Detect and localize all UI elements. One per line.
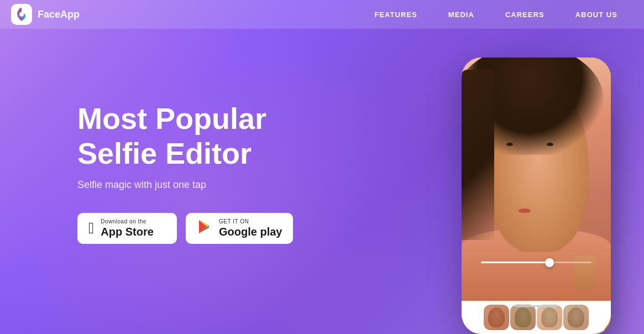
svg-point-1	[19, 12, 24, 17]
hero-subtitle: Selfie magic with just one tap	[77, 179, 293, 191]
phone-screen-top	[462, 58, 611, 301]
hero-title-line1: Most Popular	[77, 102, 266, 135]
phone-main	[462, 58, 611, 334]
thumbnail-4[interactable]	[563, 305, 589, 330]
thumbnail-1[interactable]	[484, 305, 509, 330]
phone-slider[interactable]	[481, 262, 591, 263]
navbar: FaceApp FEATURES MEDIA CAREERS ABOUT US	[0, 0, 644, 29]
google-play-label-large: Google play	[219, 225, 282, 238]
nav-logo[interactable]: FaceApp	[11, 4, 80, 25]
app-store-label-small: Download on the	[101, 218, 146, 225]
phone-thumbnails	[462, 301, 611, 334]
thumbnail-2[interactable]	[510, 305, 536, 330]
app-store-label-large: App Store	[101, 225, 154, 238]
google-play-text: GET IT ON Google play	[219, 218, 282, 238]
app-store-text: Download on the App Store	[101, 218, 154, 238]
thumbnail-3[interactable]	[537, 305, 562, 330]
hero-section: Most Popular Selfie Editor Selfie magic …	[0, 0, 644, 334]
slider-fill	[481, 262, 547, 263]
app-store-button[interactable]:  Download on the App Store	[77, 213, 177, 244]
google-play-button[interactable]: GET IT ON Google play	[186, 213, 293, 244]
hero-title-line2: Selfie Editor	[77, 137, 252, 170]
hero-title: Most Popular Selfie Editor	[77, 101, 293, 170]
app-name: FaceApp	[38, 9, 80, 20]
google-play-icon	[197, 219, 212, 237]
google-play-label-small: GET IT ON	[219, 218, 249, 225]
nav-media[interactable]: MEDIA	[433, 0, 490, 29]
slider-thumb[interactable]	[545, 258, 554, 267]
slider-track	[481, 262, 591, 263]
nav-links: FEATURES MEDIA CAREERS ABOUT US	[359, 0, 633, 29]
phone-screen	[462, 58, 611, 334]
nav-features[interactable]: FEATURES	[359, 0, 432, 29]
nav-about[interactable]: ABOUT US	[560, 0, 633, 29]
nav-careers[interactable]: CAREERS	[490, 0, 560, 29]
phone-area	[462, 58, 611, 334]
app-logo-icon	[11, 4, 32, 25]
store-buttons:  Download on the App Store	[77, 213, 293, 244]
hero-content: Most Popular Selfie Editor Selfie magic …	[77, 101, 293, 243]
apple-icon: 	[88, 221, 94, 236]
